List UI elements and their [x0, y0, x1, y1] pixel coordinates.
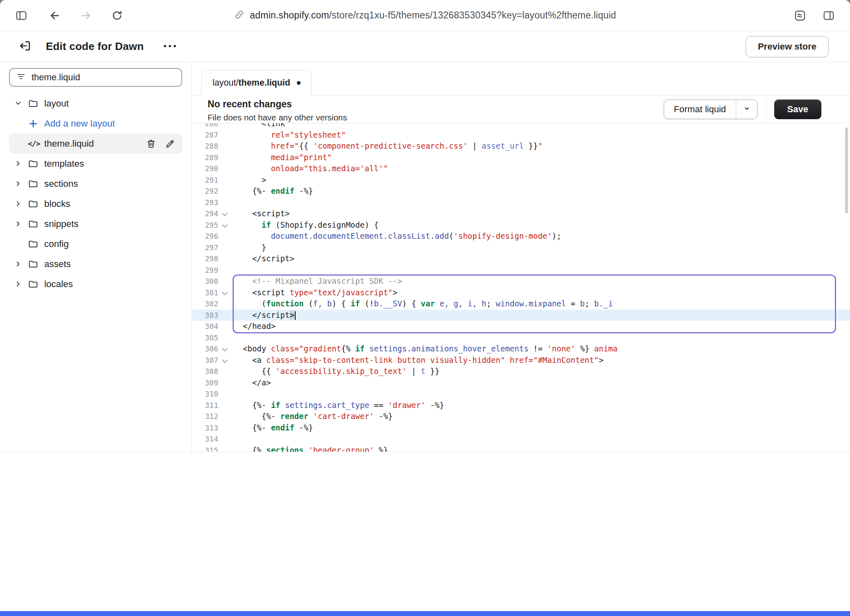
exit-editor-button[interactable] [16, 38, 34, 55]
folder-icon [28, 199, 44, 209]
address-bar[interactable]: admin.shopify.com/store/rzq1xu-f5/themes… [234, 9, 616, 22]
folder-icon [28, 239, 44, 249]
rename-file-button[interactable] [164, 138, 176, 149]
more-actions-button[interactable] [161, 41, 179, 53]
chevron-down-icon[interactable] [14, 99, 28, 109]
chevron-right-icon[interactable] [14, 179, 28, 189]
code-line-305[interactable]: 305 [192, 332, 850, 344]
save-button[interactable]: Save [774, 100, 821, 119]
fold-spacer [218, 123, 232, 129]
line-number: 308 [192, 366, 218, 377]
code-line-315[interactable]: 315 {% sections 'header-group' %} [192, 445, 850, 452]
code-line-300[interactable]: 300 <!-- Mixpanel Javascript SDK --> [192, 276, 850, 287]
sidebar-item-locales[interactable]: locales [9, 274, 182, 294]
code-editor[interactable]: 286 <link287 rel="stylesheet"288 href="{… [192, 123, 850, 452]
file-search-box[interactable] [9, 68, 182, 87]
chevron-right-icon[interactable] [14, 219, 28, 229]
back-icon[interactable] [47, 8, 62, 23]
fold-spacer [218, 140, 232, 152]
fold-chevron-icon[interactable] [218, 343, 232, 355]
code-line-296[interactable]: 296 document.documentElement.classList.a… [192, 231, 850, 242]
chevron-right-icon[interactable] [14, 279, 28, 289]
sidebar-item-blocks[interactable]: blocks [9, 194, 182, 214]
code-text: </script> [232, 310, 850, 321]
url-text: admin.shopify.com/store/rzq1xu-f5/themes… [250, 10, 616, 21]
code-line-308[interactable]: 308 {{ 'accessibility.skip_to_text' | t … [192, 366, 850, 377]
code-line-293[interactable]: 293 [192, 197, 850, 208]
code-line-303[interactable]: 303 </script> [192, 310, 850, 321]
split-view-icon[interactable] [821, 8, 836, 23]
code-line-290[interactable]: 290 onload="this.media='all'" [192, 163, 850, 174]
code-line-313[interactable]: 313 {%- endif -%} [192, 422, 850, 434]
code-line-295[interactable]: 295 if (Shopify.designMode) { [192, 220, 850, 231]
code-line-306[interactable]: 306<body class="gradient{% if settings.a… [192, 343, 850, 355]
code-line-311[interactable]: 311 {%- if settings.cart_type == 'drawer… [192, 400, 850, 411]
browser-toolbar: admin.shopify.com/store/rzq1xu-f5/themes… [0, 0, 850, 31]
code-line-298[interactable]: 298 </script> [192, 253, 850, 265]
sidebar-item-theme-liquid[interactable]: </>theme.liquid [9, 134, 182, 154]
sidebar-item-templates[interactable]: templates [9, 154, 182, 174]
chevron-right-icon[interactable] [14, 199, 28, 209]
extensions-icon[interactable] [793, 8, 807, 23]
fold-chevron-icon[interactable] [218, 208, 232, 220]
code-line-312[interactable]: 312 {%- render 'cart-drawer' -%} [192, 411, 850, 422]
code-line-294[interactable]: 294 <script> [192, 208, 850, 220]
format-options-toggle[interactable] [736, 100, 757, 119]
code-line-286[interactable]: 286 <link [192, 123, 850, 129]
search-input[interactable] [32, 72, 175, 83]
code-text: {%- render 'cart-drawer' -%} [232, 411, 850, 422]
line-number: 302 [192, 298, 218, 310]
code-text: {%- if settings.cart_type == 'drawer' -%… [232, 400, 850, 411]
preview-store-button[interactable]: Preview store [746, 36, 829, 57]
sidebar-item-assets[interactable]: assets [9, 254, 182, 274]
chevron-right-icon[interactable] [14, 159, 28, 169]
sidebar-item-config[interactable]: config [9, 234, 182, 254]
code-line-314[interactable]: 314 [192, 433, 850, 445]
code-text: </head> [232, 321, 850, 332]
sidebar-toggle-icon[interactable] [14, 8, 29, 23]
code-line-310[interactable]: 310 [192, 388, 850, 400]
line-number: 300 [192, 276, 218, 287]
fold-spacer [218, 411, 232, 422]
code-line-291[interactable]: 291 > [192, 174, 850, 186]
sidebar-item-label: snippets [44, 219, 79, 229]
fold-chevron-icon[interactable] [218, 355, 232, 366]
browser-window: admin.shopify.com/store/rzq1xu-f5/themes… [0, 0, 850, 616]
editor-scrollbar[interactable] [845, 127, 848, 213]
chevron-spacer [14, 119, 28, 129]
code-line-307[interactable]: 307 <a class="skip-to-content-link butto… [192, 355, 850, 366]
line-number: 309 [192, 377, 218, 389]
code-line-287[interactable]: 287 rel="stylesheet" [192, 129, 850, 141]
code-text: <script type="text/javascript"> [232, 287, 850, 299]
code-text: (function (f, b) { if (!b.__SV) { var e,… [232, 298, 850, 310]
tab-bar: layout/theme.liquid [192, 62, 850, 95]
code-line-289[interactable]: 289 media="print" [192, 152, 850, 163]
fold-chevron-icon[interactable] [218, 287, 232, 299]
reload-icon[interactable] [110, 8, 124, 23]
line-number: 288 [192, 140, 218, 152]
sidebar-item-snippets[interactable]: snippets [9, 214, 182, 234]
code-text: </a> [232, 377, 850, 389]
code-line-297[interactable]: 297 } [192, 242, 850, 254]
code-line-302[interactable]: 302 (function (f, b) { if (!b.__SV) { va… [192, 298, 850, 310]
chevron-right-icon[interactable] [14, 259, 28, 269]
fold-chevron-icon[interactable] [218, 220, 232, 231]
code-line-309[interactable]: 309 </a> [192, 377, 850, 389]
format-liquid-button[interactable]: Format liquid [664, 100, 757, 119]
sidebar-item-add-a-new-layout[interactable]: Add a new layout [9, 113, 182, 134]
sidebar-item-layout[interactable]: layout [9, 93, 182, 113]
forward-icon[interactable] [79, 8, 93, 23]
code-line-304[interactable]: 304</head> [192, 321, 850, 332]
code-line-301[interactable]: 301 <script type="text/javascript"> [192, 287, 850, 299]
line-number: 291 [192, 174, 218, 186]
delete-file-button[interactable] [145, 138, 157, 149]
code-line-299[interactable]: 299 [192, 265, 850, 276]
file-sidebar: layoutAdd a new layout</>theme.liquidtem… [0, 62, 192, 452]
code-text: if (Shopify.designMode) { [232, 220, 850, 231]
tab-layout-theme-liquid[interactable]: layout/theme.liquid [201, 70, 312, 95]
code-text: {%- endif -%} [232, 422, 850, 434]
line-number: 298 [192, 253, 218, 265]
sidebar-item-sections[interactable]: sections [9, 174, 182, 194]
code-line-292[interactable]: 292 {%- endif -%} [192, 186, 850, 197]
code-line-288[interactable]: 288 href="{{ 'component-predictive-searc… [192, 140, 850, 152]
